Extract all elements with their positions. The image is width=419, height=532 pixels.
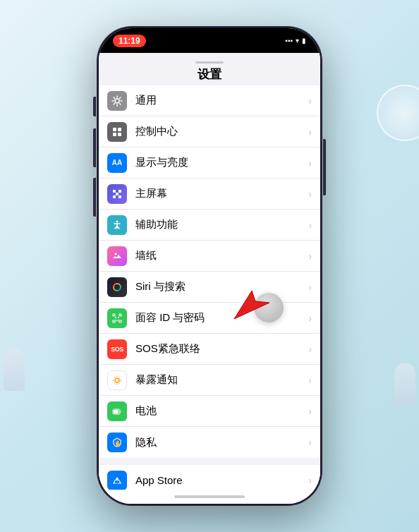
svg-rect-5 [118, 133, 121, 136]
battery-label: 电池 [135, 404, 308, 418]
svg-rect-3 [118, 128, 121, 131]
mute-button [93, 97, 96, 116]
chevron-icon: › [308, 95, 312, 107]
wifi-icon: ▾ [296, 37, 299, 44]
chevron-icon: › [308, 282, 312, 293]
chevron-icon: › [308, 188, 312, 200]
signal-icon: ▪▪▪ [285, 37, 293, 44]
settings-screen: 设置 通用 › [99, 53, 320, 504]
svg-point-18 [115, 317, 116, 318]
settings-item-siri[interactable]: Siri 与搜索 › [99, 272, 320, 303]
home-bar [174, 495, 245, 498]
status-time: 11:19 [113, 35, 146, 47]
settings-item-battery[interactable]: 电池 › [99, 396, 320, 427]
status-bar: 11:19 ▪▪▪ ▾ ▮ [99, 28, 320, 53]
chevron-icon: › [308, 475, 312, 486]
svg-point-20 [115, 378, 119, 382]
svg-point-21 [114, 376, 121, 384]
sos-label: SOS紧急联络 [135, 342, 308, 356]
chevron-icon: › [308, 344, 312, 355]
sos-icon: SOS [107, 339, 127, 359]
svg-point-13 [114, 284, 121, 291]
settings-item-control-center[interactable]: 控制中心 › [99, 116, 320, 147]
settings-group-2: App Store › 钱包与 Apple Pay [99, 465, 320, 490]
siri-label: Siri 与搜索 [135, 280, 308, 294]
control-center-label: 控制中心 [135, 125, 308, 138]
accessibility-icon [107, 215, 127, 235]
svg-point-1 [115, 99, 119, 103]
chevron-icon: › [308, 157, 312, 169]
face-id-label: 面容 ID 与密码 [135, 311, 308, 325]
svg-rect-6 [113, 190, 116, 193]
svg-text:✋: ✋ [114, 440, 121, 447]
display-icon: AA [107, 153, 127, 173]
privacy-label: 隐私 [135, 436, 308, 449]
app-store-label: App Store [135, 474, 308, 486]
status-icons: ▪▪▪ ▾ ▮ [285, 37, 306, 44]
settings-item-wallpaper[interactable]: 墙纸 › [99, 241, 320, 272]
chevron-icon: › [308, 126, 312, 138]
settings-item-home-screen[interactable]: 主屏幕 › [99, 179, 320, 210]
chevron-icon: › [308, 375, 312, 386]
general-icon [107, 91, 127, 111]
settings-item-accessibility[interactable]: 辅助功能 › [99, 210, 320, 241]
chevron-icon: › [308, 313, 312, 324]
home-screen-icon [107, 184, 127, 204]
accessibility-label: 辅助功能 [135, 218, 308, 231]
notch [167, 28, 252, 47]
svg-rect-9 [119, 195, 121, 198]
svg-rect-7 [119, 190, 121, 193]
svg-rect-4 [113, 133, 116, 136]
home-screen-label: 主屏幕 [135, 187, 308, 200]
svg-rect-23 [114, 410, 119, 413]
wallpaper-label: 墙纸 [135, 249, 308, 262]
svg-rect-2 [113, 128, 116, 131]
settings-list: 通用 › 控制中心 › [99, 85, 320, 490]
settings-item-app-store[interactable]: App Store › [99, 465, 320, 490]
settings-header: 设置 [99, 53, 320, 85]
svg-rect-8 [113, 195, 116, 198]
page-title: 设置 [99, 66, 320, 83]
svg-rect-10 [116, 193, 119, 195]
svg-rect-14 [113, 314, 115, 316]
settings-item-display[interactable]: AA 显示与亮度 › [99, 147, 320, 179]
display-label: 显示与亮度 [135, 156, 308, 169]
phone-frame: 11:19 ▪▪▪ ▾ ▮ 设置 [97, 26, 322, 506]
svg-point-19 [118, 317, 119, 318]
phone-screen: 11:19 ▪▪▪ ▾ ▮ 设置 [99, 28, 320, 504]
svg-rect-17 [119, 320, 121, 322]
exposure-label: 暴露通知 [135, 373, 308, 387]
chevron-icon: › [308, 406, 312, 417]
power-button [323, 139, 326, 195]
svg-point-12 [115, 253, 117, 255]
chevron-icon: › [308, 219, 312, 231]
settings-item-privacy[interactable]: ✋ 隐私 › [99, 427, 320, 458]
svg-rect-15 [119, 314, 121, 316]
battery-icon: ▮ [302, 37, 306, 44]
group-spacer [99, 458, 320, 465]
settings-item-sos[interactable]: SOS SOS紧急联络 › [99, 334, 320, 365]
scroll-indicator [195, 61, 224, 64]
face-id-icon [107, 308, 127, 328]
assistive-touch-button[interactable] [254, 293, 284, 322]
home-indicator [99, 490, 320, 504]
exposure-icon [107, 370, 127, 390]
volume-up-button [93, 128, 96, 167]
chevron-icon: › [308, 437, 312, 448]
svg-rect-16 [113, 320, 115, 322]
privacy-icon: ✋ [107, 433, 127, 452]
settings-group-1: 通用 › 控制中心 › [99, 85, 320, 458]
battery-icon [107, 401, 127, 421]
general-label: 通用 [135, 94, 308, 107]
siri-icon [107, 277, 127, 297]
settings-item-exposure[interactable]: 暴露通知 › [99, 365, 320, 396]
volume-down-button [93, 178, 96, 217]
chevron-icon: › [308, 250, 312, 262]
settings-item-face-id[interactable]: 面容 ID 与密码 › [99, 303, 320, 334]
svg-point-11 [116, 220, 119, 222]
control-center-icon [107, 122, 127, 142]
sos-text: SOS [111, 346, 123, 353]
app-store-icon [107, 471, 127, 490]
wallpaper-icon [107, 246, 127, 266]
settings-item-general[interactable]: 通用 › [99, 85, 320, 116]
